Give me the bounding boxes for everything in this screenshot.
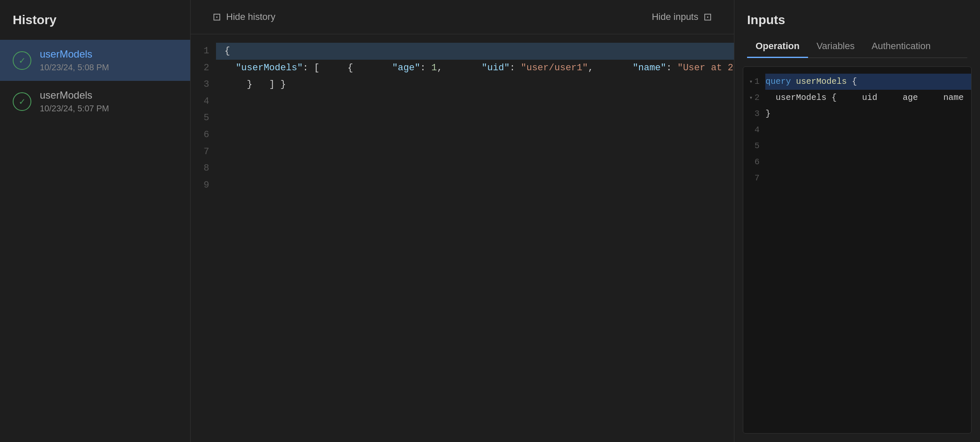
history-title: History [0,13,190,40]
editor-content: 1 2 3 4 5 6 7 8 9 { "userModels": [ { "a… [191,34,734,442]
code-line-4: "age": 1, [359,63,443,73]
history-item-time-1: 10/23/24, 5:08 PM [40,63,109,72]
tab-operation[interactable]: Operation [747,36,808,58]
check-icon-2: ✓ [19,97,26,107]
inputs-code-line-4: age [883,93,918,102]
tab-authentication[interactable]: Authentication [863,36,939,58]
inputs-code-line-6: } [969,93,972,102]
code-editor[interactable]: { "userModels": [ { "age": 1, "uid": "us… [216,34,734,442]
check-icon-1: ✓ [19,55,26,66]
editor-toolbar: ⊡ Hide history Hide inputs ⊡ [191,0,734,34]
hide-history-label: Hide history [226,11,275,22]
check-circle-1: ✓ [13,51,31,70]
hide-inputs-label: Hide inputs [652,11,698,22]
check-circle-2: ✓ [13,92,31,111]
app-container: History ✓ userModels 10/23/24, 5:08 PM ✓… [0,0,980,442]
inputs-line-numbers: ▾1 ▾2 3 4 5 6 7 [743,74,765,426]
inputs-code-area: ▾1 ▾2 3 4 5 6 7 query userModels { userM… [743,67,971,433]
history-item-name-2: userModels [40,89,109,101]
code-line-5: "uid": "user/user1", [448,63,593,73]
inputs-panel: Inputs Operation Variables Authenticatio… [734,0,980,442]
inputs-code-line-5: name [923,93,964,102]
code-line-6: "name": "User at 2024/10/23 17:07:16" [599,63,734,73]
hide-history-icon: ⊡ [213,11,221,23]
inputs-code-line-3: uid [842,93,878,102]
history-item-info-1: userModels 10/23/24, 5:08 PM [40,48,109,72]
editor-panel: ⊡ Hide history Hide inputs ⊡ 1 2 3 4 5 6… [191,0,734,442]
code-line-3: { [325,63,353,73]
inputs-title: Inputs [747,8,967,36]
inputs-tabs: Operation Variables Authentication [747,36,967,58]
hide-history-button[interactable]: ⊡ Hide history [208,8,280,26]
inputs-code-line-7: } [765,109,770,119]
hide-inputs-button[interactable]: Hide inputs ⊡ [647,8,717,26]
code-line-2: "userModels": [ [224,63,319,73]
code-line-1: { [216,43,734,60]
inputs-code-line-1: query userModels { [765,74,971,90]
tab-variables[interactable]: Variables [808,36,863,58]
code-line-7: } [224,79,252,90]
code-line-9: } [280,79,286,90]
hide-inputs-icon: ⊡ [703,11,712,23]
code-line-8: ] [258,79,275,90]
history-item-1[interactable]: ✓ userModels 10/23/24, 5:08 PM [0,40,190,81]
inputs-editor[interactable]: ▾1 ▾2 3 4 5 6 7 query userModels { userM… [743,66,972,434]
history-panel: History ✓ userModels 10/23/24, 5:08 PM ✓… [0,0,191,442]
inputs-header: Inputs Operation Variables Authenticatio… [734,0,980,58]
history-item-time-2: 10/23/24, 5:07 PM [40,104,109,113]
history-item-name-1: userModels [40,48,109,60]
inputs-code-line-2: userModels { [765,93,836,102]
line-numbers: 1 2 3 4 5 6 7 8 9 [191,34,216,442]
inputs-code-content: query userModels { userModels { uid age … [765,74,971,426]
history-item-info-2: userModels 10/23/24, 5:07 PM [40,89,109,113]
history-item-2[interactable]: ✓ userModels 10/23/24, 5:07 PM [0,81,190,122]
